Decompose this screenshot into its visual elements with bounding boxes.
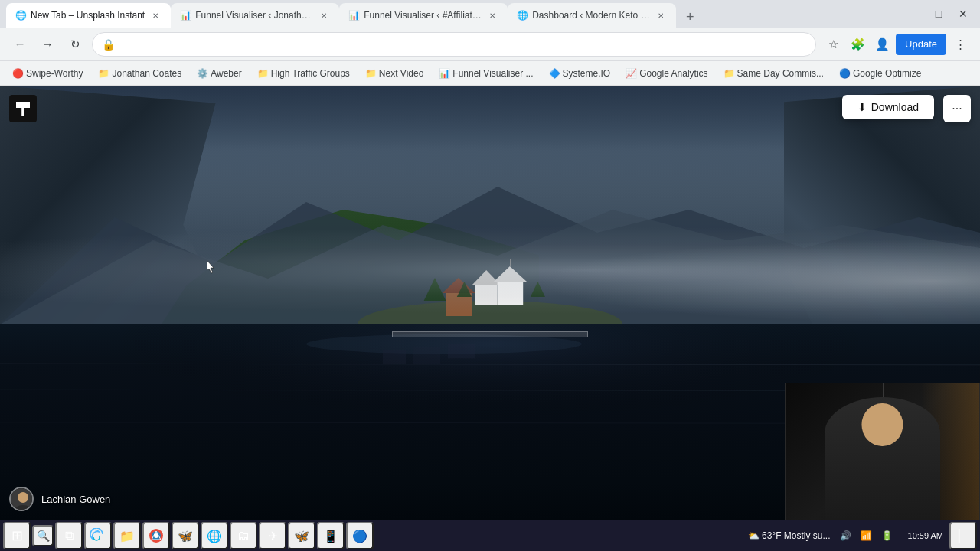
new-tab-button[interactable]: + [679, 6, 701, 28]
title-bar: 🌐 New Tab – Unsplash Instant ✕ 📊 Funnel … [0, 0, 980, 28]
weather-text: 63°F Mostly su... [762, 530, 831, 541]
taskbar-app-button[interactable]: 📱 [317, 522, 345, 549]
bookmark-funnel-visualiser[interactable]: 📊 Funnel Visualiser ... [433, 66, 539, 81]
tab-1[interactable]: 🌐 New Tab – Unsplash Instant ✕ [6, 3, 171, 28]
photographer-credit: Lachlan Gowen [9, 487, 110, 511]
svg-rect-7 [498, 282, 524, 305]
show-desktop-button[interactable]: ▏ [949, 522, 977, 549]
tab-3[interactable]: 📊 Funnel Visualiser ‹ #Affiliatel... ✕ [339, 3, 508, 28]
svg-point-22 [18, 492, 28, 503]
tab-1-close[interactable]: ✕ [149, 9, 162, 21]
bookmark-google-analytics[interactable]: 📈 Google Analytics [619, 66, 714, 81]
bookmark-optimize-label: Google Optimize [853, 68, 921, 79]
bookmark-funnel-label: Funnel Visualiser ... [452, 68, 533, 79]
video-overlay [785, 383, 980, 520]
battery-icon[interactable]: 🔋 [878, 529, 896, 543]
more-icon: ··· [952, 102, 962, 116]
clock-time: 10:59 AM [908, 530, 943, 541]
svg-rect-3 [475, 285, 498, 305]
taskbar-app-2-button[interactable]: 🔵 [346, 522, 374, 549]
unsplash-logo-icon [16, 102, 30, 116]
extensions-button[interactable]: 🧩 [847, 34, 868, 55]
svg-marker-12 [531, 282, 545, 297]
bookmark-systeme-label: Systeme.IO [563, 68, 611, 79]
bookmark-high-traffic[interactable]: 📁 High Traffic Groups [251, 66, 356, 81]
tab-1-title: New Tab – Unsplash Instant [31, 10, 145, 21]
bookmark-analytics-icon: 📈 [626, 68, 636, 79]
taskbar-clock[interactable]: 10:59 AM [903, 529, 948, 543]
svg-marker-10 [424, 278, 446, 301]
svg-marker-8 [494, 266, 527, 282]
taskbar-search-button[interactable]: 🔍 [32, 525, 54, 546]
bookmark-optimize-icon: 🔵 [839, 68, 850, 79]
tab-2-close[interactable]: ✕ [318, 9, 330, 21]
bookmark-same-day-icon: 📁 [724, 68, 734, 79]
back-button[interactable]: ← [9, 34, 31, 55]
update-button[interactable]: Update [896, 34, 946, 55]
taskbar-chrome-button[interactable] [142, 522, 170, 549]
bookmark-jonathan-coates[interactable]: 📁 Jonathan Coates [92, 66, 188, 81]
tab-4-title: Dashboard ‹ Modern Keto Plan ... [532, 10, 650, 21]
menu-button[interactable]: ⋮ [949, 34, 971, 55]
bookmark-analytics-label: Google Analytics [639, 68, 707, 79]
download-button[interactable]: ⬇ Download [842, 95, 934, 119]
tab-4-close[interactable]: ✕ [655, 9, 667, 21]
window-controls: — □ ✕ [903, 3, 974, 24]
volume-icon[interactable]: 📶 [858, 529, 875, 543]
tab-4-favicon: 🌐 [517, 10, 528, 21]
bookmark-same-day[interactable]: 📁 Same Day Commis... [717, 66, 830, 81]
bookmark-next-video-label: Next Video [379, 68, 423, 79]
bookmark-aweber[interactable]: ⚙️ Aweber [191, 66, 247, 81]
tab-2-favicon: 📊 [180, 10, 191, 21]
bookmark-aweber-icon: ⚙️ [197, 68, 207, 79]
download-icon: ⬇ [858, 101, 867, 113]
refresh-button[interactable]: ↻ [64, 34, 86, 55]
taskbar-globe-button[interactable]: 🌐 [201, 522, 228, 549]
tab-3-close[interactable]: ✕ [486, 9, 498, 21]
bookmark-aweber-label: Aweber [211, 68, 241, 79]
tab-2-title: Funnel Visualiser ‹ Jonathan Coa... [195, 10, 313, 21]
toolbar-actions: ☆ 🧩 👤 Update ⋮ [822, 34, 971, 55]
bookmarks-bar: 🔴 Swipe-Worthy 📁 Jonathan Coates ⚙️ Aweb… [0, 61, 980, 86]
address-bar[interactable]: 🔒 [92, 32, 816, 57]
svg-marker-4 [472, 270, 501, 285]
more-options-button[interactable]: ··· [943, 95, 971, 122]
bookmark-systeme[interactable]: 🔷 Systeme.IO [543, 66, 617, 81]
browser-frame: 🌐 New Tab – Unsplash Instant ✕ 📊 Funnel … [0, 0, 980, 551]
tab-4[interactable]: 🌐 Dashboard ‹ Modern Keto Plan ... ✕ [508, 3, 676, 28]
close-button[interactable]: ✕ [952, 3, 974, 24]
bookmark-high-traffic-icon: 📁 [257, 68, 268, 79]
video-person-silhouette [825, 397, 941, 520]
bookmark-jonathan-coates-icon: 📁 [98, 68, 109, 79]
network-icon[interactable]: 🔊 [837, 529, 854, 543]
minimize-button[interactable]: — [903, 3, 925, 24]
taskbar-butterfly-2-button[interactable]: 🦋 [288, 522, 315, 549]
maximize-button[interactable]: □ [928, 3, 949, 24]
taskbar-edge-button[interactable] [84, 522, 112, 549]
svg-marker-6 [443, 278, 475, 293]
bookmark-swipe-worthy-label: Swipe-Worthy [26, 68, 83, 79]
taskbar-task-view[interactable]: ⧉ [55, 522, 83, 549]
download-label: Download [871, 101, 919, 113]
bookmark-google-optimize[interactable]: 🔵 Google Optimize [833, 66, 927, 81]
bookmark-star-button[interactable]: ☆ [822, 34, 844, 55]
taskbar-file-explorer[interactable]: 📁 [113, 522, 141, 549]
profile-button[interactable]: 👤 [871, 34, 893, 55]
toolbar: ← → ↻ 🔒 ☆ 🧩 👤 Update ⋮ [0, 28, 980, 61]
forward-button[interactable]: → [37, 34, 58, 55]
page-content[interactable]: ⬇ Download ··· Lachlan Gowen [0, 86, 980, 520]
start-button[interactable]: ⊞ [3, 522, 31, 549]
bookmark-swipe-worthy-icon: 🔴 [12, 68, 23, 79]
photographer-name: Lachlan Gowen [41, 494, 110, 505]
taskbar-butterfly-button[interactable]: 🦋 [172, 522, 199, 549]
unsplash-logo[interactable] [9, 95, 37, 122]
tab-2[interactable]: 📊 Funnel Visualiser ‹ Jonathan Coa... ✕ [171, 3, 339, 28]
image-strip [392, 331, 588, 337]
weather-item[interactable]: ⛅ 63°F Mostly su... [745, 529, 834, 543]
taskbar-folder-button[interactable]: 🗂 [230, 522, 257, 549]
bookmark-next-video[interactable]: 📁 Next Video [359, 66, 430, 81]
video-person-head [862, 403, 903, 446]
taskbar-telegram-button[interactable]: ✈ [259, 522, 286, 549]
bookmark-swipe-worthy[interactable]: 🔴 Swipe-Worthy [6, 66, 89, 81]
tab-strip: 🌐 New Tab – Unsplash Instant ✕ 📊 Funnel … [6, 0, 897, 28]
